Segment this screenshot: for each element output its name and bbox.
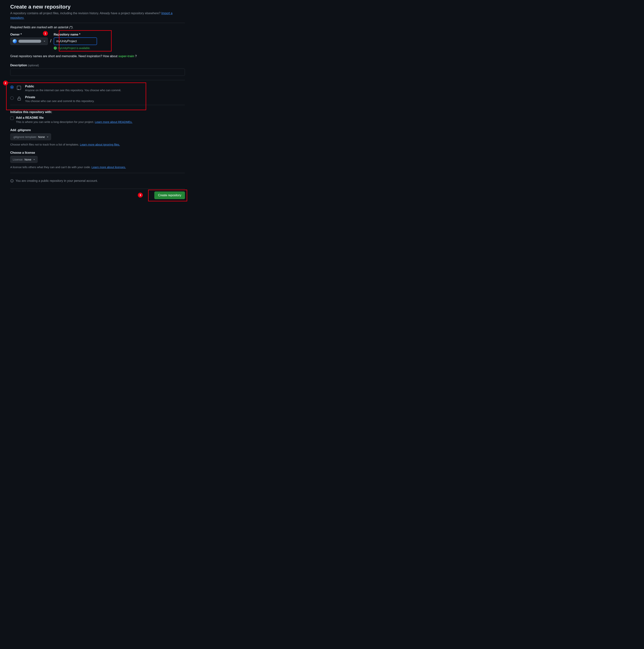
callout-badge-1: 1 — [43, 31, 48, 36]
visibility-private-desc: You choose who can see and commit to thi… — [25, 99, 94, 102]
gitignore-dropdown-value: None — [38, 135, 45, 138]
tip-suffix: ? — [135, 54, 137, 58]
repo-public-icon — [17, 85, 22, 91]
license-learn-more-link[interactable]: Learn more about licenses. — [92, 166, 126, 169]
suggested-repo-name[interactable]: super-train — [118, 54, 134, 58]
owner-select[interactable] — [10, 37, 48, 45]
license-dropdown-prefix: License: — [13, 158, 24, 161]
check-circle-icon — [54, 47, 57, 50]
visibility-private-radio[interactable] — [10, 96, 14, 100]
lock-icon — [17, 96, 22, 102]
readme-learn-more-link[interactable]: Learn more about READMEs. — [95, 120, 132, 124]
gitignore-heading: Add .gitignore — [10, 128, 185, 132]
visibility-private-title: Private — [25, 95, 94, 99]
owner-repo-separator: / — [50, 33, 51, 44]
gitignore-template-select[interactable]: .gitignore template: None — [10, 133, 51, 140]
owner-name-placeholder — [18, 40, 41, 43]
license-heading: Choose a license — [10, 151, 185, 155]
callout-badge-3: 3 — [138, 192, 143, 198]
license-dropdown-value: None — [25, 158, 31, 161]
visibility-public-desc: Anyone on the internet can see this repo… — [25, 89, 121, 92]
svg-point-3 — [12, 180, 12, 180]
visibility-public-radio[interactable] — [10, 86, 14, 89]
description-label: Description (optional) — [10, 63, 185, 67]
description-input[interactable] — [10, 69, 185, 76]
description-label-optional: (optional) — [28, 64, 39, 67]
repo-name-availability-text: myUnityProject is available. — [58, 47, 90, 50]
create-repository-button[interactable]: Create repository — [154, 191, 185, 199]
gitignore-helper: Choose which files not to track from a l… — [10, 143, 185, 146]
divider — [10, 105, 185, 105]
visibility-public-title: Public — [25, 85, 121, 88]
visibility-public-row[interactable]: Public Anyone on the internet can see th… — [10, 83, 185, 94]
page-subtitle: A repository contains all project files,… — [10, 11, 185, 20]
initialize-heading: Initialize this repository with: — [10, 111, 185, 114]
repo-name-availability: myUnityProject is available. — [54, 47, 97, 50]
avatar-icon — [13, 39, 17, 43]
info-icon — [10, 179, 14, 183]
tip-prefix: Great repository names are short and mem… — [10, 54, 118, 58]
page-title: Create a new repository — [10, 4, 185, 10]
owner-label: Owner * — [10, 33, 48, 36]
gitignore-learn-more-link[interactable]: Learn more about ignoring files. — [80, 143, 120, 146]
readme-desc-text: This is where you can write a long descr… — [16, 120, 95, 124]
page-subtitle-text: A repository contains all project files,… — [10, 11, 162, 15]
info-message-text: You are creating a public repository in … — [15, 179, 98, 183]
license-select[interactable]: License: None — [10, 156, 38, 163]
caret-down-icon — [47, 135, 49, 138]
callout-badge-2: 2 — [3, 81, 8, 86]
required-fields-note: Required fields are marked with an aster… — [10, 26, 185, 29]
license-helper: A license tells others what they can and… — [10, 166, 185, 169]
readme-checkbox-row[interactable]: Add a README file This is where you can … — [10, 116, 185, 124]
divider — [10, 80, 185, 80]
repo-name-input[interactable] — [54, 37, 97, 45]
license-helper-text: A license tells others what they can and… — [10, 166, 92, 169]
description-label-main: Description — [10, 63, 27, 67]
repo-name-label: Repository name * — [54, 33, 97, 36]
svg-rect-0 — [18, 98, 20, 100]
readme-desc: This is where you can write a long descr… — [16, 120, 133, 124]
caret-down-icon — [43, 40, 45, 43]
readme-checkbox[interactable] — [10, 117, 14, 120]
visibility-private-row[interactable]: Private You choose who can see and commi… — [10, 94, 185, 104]
info-message-row: You are creating a public repository in … — [10, 176, 185, 186]
repo-name-tip: Great repository names are short and mem… — [10, 54, 185, 58]
readme-title: Add a README file — [16, 116, 133, 120]
caret-down-icon — [33, 158, 35, 161]
gitignore-helper-text: Choose which files not to track from a l… — [10, 143, 80, 146]
gitignore-dropdown-prefix: .gitignore template: — [13, 135, 37, 138]
